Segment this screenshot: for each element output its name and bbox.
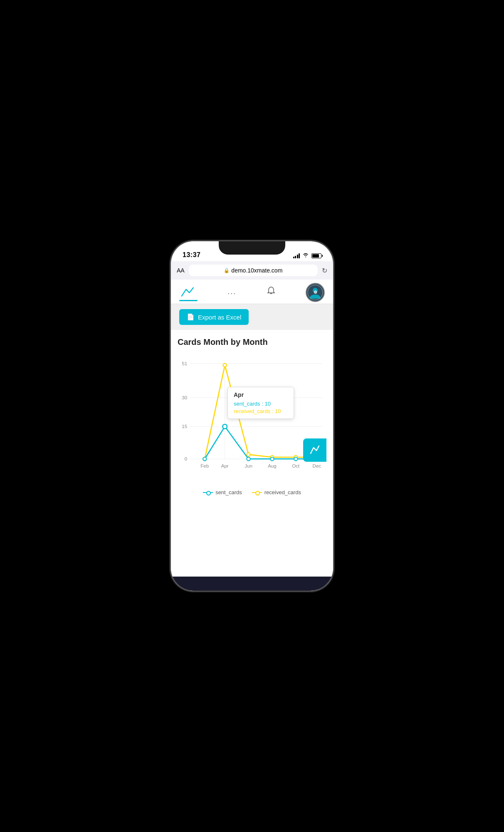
tooltip-month: Apr: [234, 391, 288, 398]
svg-text:51: 51: [182, 361, 187, 366]
export-excel-button[interactable]: 📄 Export as Excel: [179, 309, 249, 325]
phone-screen: 13:37: [171, 241, 333, 591]
svg-text:⚙: ⚙: [314, 290, 317, 295]
svg-text:Oct: Oct: [292, 463, 300, 468]
nav-bell-icon[interactable]: [267, 286, 276, 300]
toolbar: 📄 Export as Excel: [171, 304, 333, 330]
status-time: 13:37: [183, 251, 200, 259]
phone-notch: [219, 241, 285, 255]
export-label: Export as Excel: [198, 314, 241, 321]
svg-point-28: [270, 457, 274, 461]
wifi-icon: [302, 253, 309, 259]
browser-bar: AA 🔒 demo.10xmate.com ↻: [171, 261, 333, 280]
chart-legend: sent_cards received_cards: [178, 489, 326, 495]
svg-point-25: [203, 457, 206, 461]
phone-wrapper: 13:37: [165, 237, 339, 595]
chart-tooltip: Apr sent_cards : 10 received_cards : 10: [227, 387, 294, 419]
svg-text:0: 0: [185, 456, 187, 461]
legend-received-label: received_cards: [264, 489, 301, 495]
logo-svg: [180, 286, 197, 298]
signal-icon: [293, 253, 300, 258]
export-icon: 📄: [187, 313, 195, 321]
svg-text:30: 30: [182, 395, 187, 400]
phone-frame: 13:37: [171, 241, 333, 591]
legend-sent-label: sent_cards: [215, 489, 242, 495]
tooltip-received-label: received_cards: [234, 408, 270, 414]
status-icons: [293, 253, 322, 259]
browser-url-text: demo.10xmate.com: [231, 267, 282, 274]
svg-text:Aug: Aug: [268, 463, 277, 468]
bottom-bar: [171, 577, 333, 591]
legend-sent: sent_cards: [203, 489, 242, 495]
svg-text:Dec: Dec: [313, 463, 321, 468]
browser-aa-button[interactable]: AA: [177, 267, 185, 274]
nav-logo[interactable]: [179, 286, 198, 301]
svg-text:Apr: Apr: [221, 463, 229, 468]
nav-underline: [179, 300, 198, 301]
app-content: ... ⚙: [171, 280, 333, 591]
svg-text:Feb: Feb: [200, 463, 209, 468]
battery-icon: [311, 253, 321, 258]
legend-received: received_cards: [252, 489, 301, 495]
tooltip-sent: sent_cards : 10: [234, 401, 288, 407]
nav-bar: ... ⚙: [171, 280, 333, 304]
tooltip-colon-received: :: [272, 408, 275, 414]
svg-point-29: [294, 457, 297, 461]
tooltip-received: received_cards : 10: [234, 408, 288, 414]
legend-sent-line: [203, 492, 213, 493]
chart-title: Cards Month by Month: [178, 337, 326, 347]
browser-url-bar[interactable]: 🔒 demo.10xmate.com: [189, 265, 318, 276]
svg-point-27: [247, 457, 250, 461]
refresh-button[interactable]: ↻: [322, 267, 327, 275]
svg-point-26: [222, 424, 227, 429]
tooltip-sent-value: 10: [264, 401, 270, 407]
tooltip-sent-label: sent_cards: [234, 401, 260, 407]
svg-text:Jun: Jun: [245, 463, 252, 468]
svg-point-20: [223, 364, 227, 367]
nav-avatar[interactable]: ⚙: [306, 283, 325, 302]
nav-menu-dots[interactable]: ...: [227, 287, 236, 300]
fab-button[interactable]: [303, 438, 326, 462]
chart-area: 51 30 15 0 Feb: [178, 354, 326, 487]
lock-icon: 🔒: [224, 268, 230, 273]
svg-point-21: [247, 453, 250, 456]
chart-container: Cards Month by Month 51 30 15 0: [171, 330, 333, 577]
legend-received-line: [252, 492, 262, 493]
tooltip-received-value: 10: [275, 408, 281, 414]
svg-text:15: 15: [182, 424, 187, 429]
